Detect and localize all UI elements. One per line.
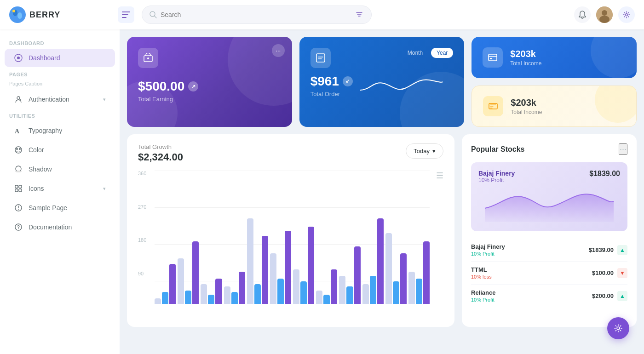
income-blue-text: $203k Total Income: [510, 49, 541, 67]
bar-purple-1: [192, 241, 199, 304]
sidebar-section-utilities: Utilities: [0, 109, 120, 120]
topbar-right: [574, 6, 635, 23]
sidebar-item-typography-label: Typography: [29, 127, 62, 134]
income-yellow-label: Total Income: [511, 109, 542, 115]
sidebar-item-color[interactable]: Color: [5, 141, 115, 159]
svg-rect-38: [490, 58, 492, 59]
sidebar-item-authentication[interactable]: Authentication ▾: [5, 90, 115, 108]
bar-light-9: [362, 284, 369, 304]
stock-price-2: $200.00: [592, 292, 614, 299]
bar-purple-5: [285, 231, 291, 304]
stock-list: Bajaj Finery10% Profit$1839.00▲TTML10% l…: [471, 239, 627, 307]
income-blue-amount: $203k: [510, 49, 541, 59]
sidebar-item-icons[interactable]: Icons ▾: [5, 179, 115, 198]
featured-stock-price: $1839.00: [589, 170, 620, 178]
order-card-icon: [310, 48, 331, 68]
earning-more-button[interactable]: ···: [272, 44, 285, 57]
search-input[interactable]: [161, 11, 351, 18]
earning-label: Total Earning: [138, 96, 281, 103]
stock-name-0: Bajaj Finery: [471, 243, 505, 250]
earning-card-icon: [138, 48, 158, 68]
sidebar-item-sample-page[interactable]: Sample Page: [5, 199, 115, 217]
sidebar-pages-caption: Pages Caption: [0, 79, 120, 89]
svg-rect-37: [489, 54, 497, 61]
growth-chart-card: Total Growth $2,324.00 Today ▾ ☰: [127, 134, 454, 327]
bar-blue-7: [323, 295, 330, 304]
svg-point-41: [617, 327, 620, 330]
sidebar: Dashboard Dashboard Pages Pages Caption …: [0, 29, 120, 354]
bar-purple-8: [354, 246, 361, 304]
bar-blue-3: [231, 292, 238, 304]
bar-purple-0: [169, 264, 176, 304]
stocks-more-button[interactable]: ···: [619, 143, 627, 155]
stock-badge-2: ▲: [617, 291, 627, 301]
search-icon: [150, 11, 157, 18]
sidebar-item-documentation[interactable]: ? Documentation: [5, 218, 115, 236]
earning-card: ··· $500.00 ↗ Total Earning: [127, 37, 292, 127]
stock-list-item-1: TTML10% loss$100.00▼: [471, 262, 627, 285]
right-column: $203k Total Income $203k Total: [472, 37, 637, 127]
today-dropdown-button[interactable]: Today ▾: [406, 143, 443, 159]
notification-button[interactable]: [574, 6, 591, 23]
bar-purple-2: [215, 279, 222, 304]
sidebar-item-typography[interactable]: A Typography: [5, 121, 115, 140]
order-wave-chart: [360, 72, 443, 99]
stock-sub-0: 10% Profit: [471, 251, 505, 257]
bar-group-8: [339, 171, 360, 304]
order-month-button[interactable]: Month: [402, 48, 428, 58]
income-yellow-amount: $203k: [511, 97, 542, 108]
order-trend-icon: ↙: [343, 76, 353, 86]
icons-chevron: ▾: [103, 186, 106, 192]
bar-light-4: [247, 218, 253, 304]
bar-group-7: [316, 171, 337, 304]
bar-purple-11: [423, 241, 430, 304]
svg-rect-6: [122, 17, 126, 18]
bar-blue-0: [162, 292, 168, 304]
featured-stock-info: Bajaj Finery 10% Profit: [478, 170, 515, 183]
bar-blue-11: [416, 279, 422, 304]
dashboard-icon: [14, 53, 23, 63]
bar-blue-10: [393, 281, 399, 304]
order-year-button[interactable]: Year: [431, 48, 453, 58]
income-yellow-card: $203k Total Income: [472, 86, 637, 127]
stock-name-2: Reliance: [471, 289, 495, 296]
order-chart-area: $961 ↙ Total Order: [310, 72, 454, 99]
bar-group-4: [247, 171, 268, 304]
authentication-chevron: ▾: [103, 97, 106, 103]
svg-point-2: [17, 12, 22, 19]
sidebar-item-shadow[interactable]: Shadow: [5, 160, 115, 178]
bar-light-1: [178, 258, 184, 304]
bar-purple-3: [239, 272, 245, 304]
avatar[interactable]: [596, 6, 613, 23]
search-filter-button[interactable]: [355, 10, 364, 20]
color-icon: [14, 145, 23, 154]
income-blue-card: $203k Total Income: [472, 37, 637, 78]
sidebar-item-dashboard[interactable]: Dashboard: [5, 49, 115, 67]
svg-rect-26: [19, 185, 22, 188]
bar-purple-9: [377, 218, 384, 304]
bar-blue-1: [185, 291, 191, 304]
gear-icon: [623, 11, 630, 18]
chart-menu-icon[interactable]: ☰: [436, 171, 443, 181]
income-yellow-icon: [483, 96, 503, 116]
main-content: ··· $500.00 ↗ Total Earning: [120, 29, 644, 354]
svg-text:A: A: [15, 128, 20, 135]
stock-sub-2: 10% Profit: [471, 297, 495, 303]
settings-button[interactable]: [618, 6, 635, 23]
svg-point-24: [15, 171, 22, 172]
svg-point-13: [602, 10, 607, 16]
icons-icon: [14, 184, 23, 193]
bar-group-10: [385, 171, 407, 304]
bar-blue-6: [300, 281, 307, 304]
order-header: Month Year: [310, 48, 454, 68]
chart-title-group: Total Growth $2,324.00: [138, 143, 183, 163]
sidebar-item-documentation-label: Documentation: [29, 223, 72, 231]
topbar: BERRY: [0, 0, 644, 29]
stocks-title: Popular Stocks: [471, 145, 524, 154]
menu-button[interactable]: [118, 6, 134, 23]
logo-area: BERRY: [9, 6, 110, 23]
dropdown-chevron-icon: ▾: [432, 148, 436, 154]
fab-settings-button[interactable]: [607, 317, 629, 339]
bar-group-2: [201, 171, 222, 304]
bar-blue-9: [370, 276, 376, 304]
